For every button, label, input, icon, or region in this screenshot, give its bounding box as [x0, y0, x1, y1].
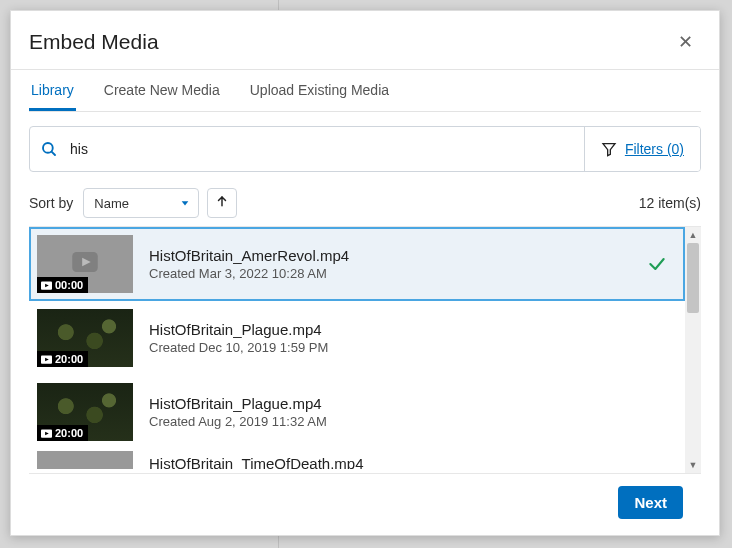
search-icon	[40, 140, 58, 158]
filters-button[interactable]: Filters (0)	[584, 127, 700, 171]
arrow-up-icon	[215, 194, 229, 212]
video-icon	[41, 429, 52, 438]
media-created: Created Mar 3, 2022 10:28 AM	[149, 266, 647, 281]
scrollbar[interactable]: ▲ ▼	[685, 227, 701, 473]
thumbnail	[37, 449, 133, 471]
media-title: HistOfBritain_Plague.mp4	[149, 321, 673, 338]
svg-marker-3	[182, 201, 189, 205]
thumbnail: 00:00	[37, 235, 133, 293]
chevron-down-icon	[180, 198, 190, 208]
results-list: 00:00 HistOfBritain_AmerRevol.mp4 Create…	[29, 227, 685, 473]
modal-title: Embed Media	[29, 30, 159, 54]
media-title: HistOfBritain_AmerRevol.mp4	[149, 247, 647, 264]
duration-badge: 20:00	[37, 351, 88, 367]
item-count: 12 item(s)	[639, 195, 701, 211]
close-button[interactable]: ✕	[672, 27, 699, 57]
sort-value: Name	[94, 196, 129, 211]
duration-badge: 00:00	[37, 277, 88, 293]
media-row[interactable]: HistOfBritain_TimeOfDeath.mp4	[29, 449, 685, 471]
media-created: Created Aug 2, 2019 11:32 AM	[149, 414, 673, 429]
media-row[interactable]: 20:00 HistOfBritain_Plague.mp4 Created A…	[29, 375, 685, 449]
duration-badge: 20:00	[37, 425, 88, 441]
close-icon: ✕	[678, 32, 693, 52]
duration-text: 20:00	[55, 353, 83, 365]
svg-marker-2	[603, 144, 615, 156]
tab-library[interactable]: Library	[29, 70, 76, 111]
tabs: Library Create New Media Upload Existing…	[29, 70, 701, 112]
media-created: Created Dec 10, 2019 1:59 PM	[149, 340, 673, 355]
sort-direction-button[interactable]	[207, 188, 237, 218]
svg-line-1	[52, 152, 55, 155]
media-row[interactable]: 00:00 HistOfBritain_AmerRevol.mp4 Create…	[29, 227, 685, 301]
media-row[interactable]: 20:00 HistOfBritain_Plague.mp4 Created D…	[29, 301, 685, 375]
tab-upload-existing-media[interactable]: Upload Existing Media	[248, 70, 391, 111]
filter-icon	[601, 141, 617, 157]
check-icon	[647, 254, 667, 274]
thumbnail: 20:00	[37, 309, 133, 367]
filters-label: Filters (0)	[625, 141, 684, 157]
duration-text: 00:00	[55, 279, 83, 291]
video-icon	[41, 355, 52, 364]
scroll-down-arrow-icon[interactable]: ▼	[685, 457, 701, 473]
duration-text: 20:00	[55, 427, 83, 439]
scroll-thumb[interactable]	[687, 243, 699, 313]
search-input[interactable]	[68, 140, 574, 158]
media-title: HistOfBritain_TimeOfDeath.mp4	[149, 455, 673, 472]
thumbnail: 20:00	[37, 383, 133, 441]
search-row: Filters (0)	[29, 126, 701, 172]
sort-by-label: Sort by	[29, 195, 73, 211]
sort-select[interactable]: Name	[83, 188, 199, 218]
embed-media-modal: Embed Media ✕ Library Create New Media U…	[10, 10, 720, 536]
media-title: HistOfBritain_Plague.mp4	[149, 395, 673, 412]
scroll-up-arrow-icon[interactable]: ▲	[685, 227, 701, 243]
next-button[interactable]: Next	[618, 486, 683, 519]
tab-create-new-media[interactable]: Create New Media	[102, 70, 222, 111]
video-icon	[41, 281, 52, 290]
